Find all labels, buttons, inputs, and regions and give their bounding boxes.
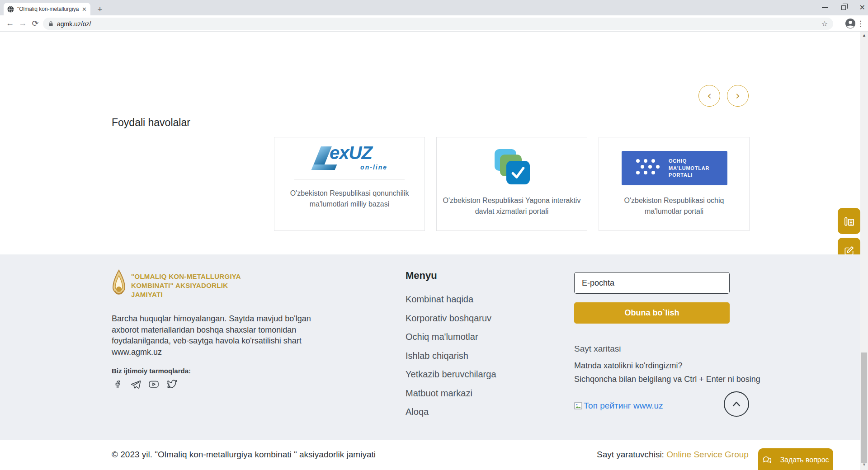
fax-icon [843,215,855,227]
lexuz-logo-subtext: on-line [360,164,387,171]
footer-menu: Kombinat haqida Korporativ boshqaruv Och… [406,294,496,417]
dots-pattern-icon [636,159,660,177]
creator-label: Sayt yaratuvchisi: [597,450,664,459]
section-title: Foydali havolalar [112,117,190,129]
url-bar[interactable]: agmk.uz/oz/ ☆ [43,18,833,30]
page-scrollbar[interactable]: ▲ ▼ [860,32,868,470]
bottom-bar: © 2023 yil. "Olmaliq kon-metallurgiya ko… [0,440,860,470]
chevron-right-icon: › [736,89,740,102]
site-creator: Sayt yaratuvchisi: Online Service Group [597,450,749,460]
menu-item-korporativ-boshqaruv[interactable]: Korporativ boshqaruv [406,313,496,324]
rights-text: Barcha huquqlar himoyalangan. Saytda mav… [112,313,333,357]
creator-link[interactable]: Online Service Group [666,450,749,459]
menu-item-aloqa[interactable]: Aloqa [406,407,496,417]
link-card-open-data[interactable]: OCHIQ MA'LUMOTLAR PORTALI O'zbekiston Re… [599,137,750,231]
lock-icon [48,21,53,27]
card-caption: O'zbekiston Respublikasi qonunchilik ma'… [288,188,411,210]
social-heading: Biz ijtimoiy tarmoqlarda: [112,367,191,375]
minimize-icon[interactable] [822,7,828,8]
lexuz-logo-text: exUZ [330,143,372,163]
facebook-icon[interactable] [112,378,123,390]
error-hint-question: Matnda xatolikni ko'rdingizmi? [574,361,683,371]
favicon-globe-icon [7,6,14,13]
carousel-prev-button[interactable]: ‹ [698,85,720,107]
scroll-to-top-button[interactable] [724,391,749,417]
link-card-lexuz[interactable]: exUZ on-line O'zbekiston Respublikasi qo… [274,137,425,231]
browser-toolbar: ← → ⟳ agmk.uz/oz/ ☆ ⋮ [0,15,868,32]
back-icon[interactable]: ← [4,19,16,28]
rating-link[interactable]: Топ рейтинг www.uz [574,401,663,411]
lexuz-logo: exUZ on-line [311,146,388,174]
footer: "OLMALIQ KON-METALLURGIYA KOMBINATI" AKS… [0,254,860,440]
menu-item-matbuot-markazi[interactable]: Matbuot markazi [406,388,496,399]
ask-question-button[interactable]: Задать вопрос [758,448,833,470]
open-data-banner: OCHIQ MA'LUMOTLAR PORTALI [622,151,727,185]
link-card-interactive-portal[interactable]: O'zbekiston Respublikasi Yagona interakt… [436,137,587,231]
window-close-icon[interactable]: ✕ [859,4,865,11]
scrollbar-thumb[interactable] [861,352,867,463]
menu-item-kombinat-haqida[interactable]: Kombinat haqida [406,294,496,305]
menu-item-ishlab-chiqarish[interactable]: Ishlab chiqarish [406,351,496,361]
subscribe-button[interactable]: Obuna bo`lish [574,302,730,324]
copyright-text: © 2023 yil. "Olmaliq kon-metallurgiya ko… [112,450,376,460]
broken-image-icon [574,402,583,410]
checkmark-square-icon [506,161,530,184]
lexuz-l-mark [313,146,332,166]
tab-title: "Olmaliq kon-metallurgiya kombi [17,6,80,12]
error-hint-instruction: Sichqoncha bilan belgilang va Ctrl + Ent… [574,375,760,384]
page-content: ‹ › Foydali havolalar exUZ on-line O'zbe… [0,32,860,254]
url-text[interactable]: agmk.uz/oz/ [57,20,821,28]
social-links [112,378,178,390]
browser-window: "Olmaliq kon-metallurgiya kombi ✕ + ✕ ← … [0,0,868,470]
company-name: "OLMALIQ KON-METALLURGIYA KOMBINATI" AKS… [131,272,244,299]
lexuz-l-base [311,164,337,170]
sitemap-link[interactable]: Sayt xaritasi [574,344,621,354]
scrollbar-up-icon[interactable]: ▲ [860,33,868,38]
menu-heading: Menyu [406,270,437,282]
browser-titlebar: "Olmaliq kon-metallurgiya kombi ✕ + ✕ [0,0,868,15]
card-divider [294,179,405,179]
ask-button-label: Задать вопрос [780,456,829,464]
agmk-flame-logo [111,269,127,301]
rating-link-text[interactable]: Топ рейтинг www.uz [584,401,663,411]
chevron-up-icon [731,400,742,409]
chat-bubbles-icon [762,455,776,465]
card-caption: O'zbekiston Respublikasi Yagona interakt… [443,195,581,217]
browser-menu-icon[interactable]: ⋮ [857,19,864,28]
contacts-fax-button[interactable] [838,208,860,234]
email-input[interactable] [574,272,730,294]
twitter-icon[interactable] [166,378,178,390]
chevron-left-icon: ‹ [707,89,712,102]
restore-icon[interactable] [841,5,846,10]
window-controls: ✕ [822,0,865,15]
reload-icon[interactable]: ⟳ [29,19,42,28]
interactive-portal-logo [495,149,530,184]
youtube-icon[interactable] [148,378,160,390]
tab-close-icon[interactable]: ✕ [82,6,87,12]
new-tab-button[interactable]: + [94,4,106,15]
menu-item-yetkazib-beruvchilarga[interactable]: Yetkazib beruvchilarga [406,369,496,380]
carousel-next-button[interactable]: › [727,85,749,107]
profile-avatar[interactable] [845,19,855,30]
open-data-banner-text: OCHIQ MA'LUMOTLAR PORTALI [669,158,724,179]
telegram-icon[interactable] [130,378,142,390]
forward-icon[interactable]: → [16,19,29,28]
bookmark-star-icon[interactable]: ☆ [821,19,828,28]
menu-item-ochiq-malumotlar[interactable]: Ochiq ma'lumotlar [406,332,496,342]
card-caption: O'zbekiston Respublikasi ochiq ma'lumotl… [606,195,742,217]
browser-tab[interactable]: "Olmaliq kon-metallurgiya kombi ✕ [4,3,90,15]
scrollbar-down-icon[interactable]: ▼ [860,462,868,467]
